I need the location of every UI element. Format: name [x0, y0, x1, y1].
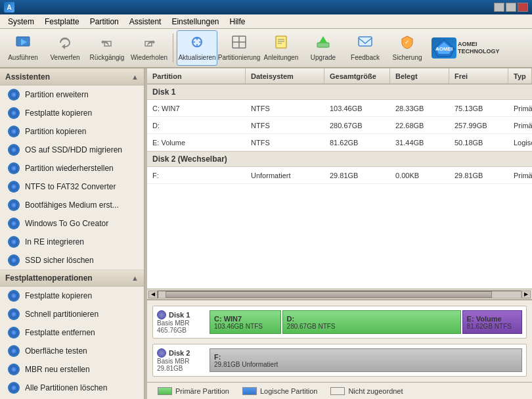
- td-type: Primär: [508, 100, 532, 116]
- toolbar-btn-sicherung[interactable]: ✓Sicherung: [387, 30, 428, 66]
- part-block-size: 280.67GB NTFS: [287, 323, 456, 330]
- minimize-button[interactable]: [494, 3, 504, 12]
- sidebar-item-ntfs-converter[interactable]: NTFS to FAT32 Converter: [0, 177, 144, 196]
- toolbar-label-upgrade: Upgrade: [311, 54, 336, 61]
- toolbar: AusführenVerwerfenRückgängigWiederholenA…: [0, 29, 532, 68]
- svg-point-17: [10, 91, 18, 99]
- part-block-name: C: WIN7: [214, 315, 277, 323]
- toolbar-btn-ausfuhren[interactable]: Ausführen: [3, 30, 43, 66]
- legend-box-unassigned: [330, 387, 345, 395]
- sidebar-item-mbr-neu-erstellen[interactable]: MBR neu erstellen: [0, 360, 144, 379]
- sidebar-item-windows-to-go[interactable]: Windows To Go Creator: [0, 214, 144, 233]
- menu-item-assistent[interactable]: Assistent: [124, 16, 167, 28]
- sidebar-item-os-migrieren[interactable]: OS auf SSD/HDD migrieren: [0, 141, 144, 159]
- part-block-size: 81.62GB NTFS: [467, 323, 518, 330]
- th-used: Belegt: [390, 68, 449, 83]
- sidebar-section-festplattenoperationen[interactable]: Festplattenoperationen▲: [0, 270, 144, 287]
- td-partition: D:: [147, 117, 246, 133]
- partition-block[interactable]: F: 29.81GB Unformatiert: [210, 348, 522, 372]
- table-row[interactable]: C: WIN7 NTFS 103.46GB 28.33GB 75.13GB Pr…: [147, 100, 532, 117]
- sidebar-label-partition-wiederherstellen: Partition wiederherstellen: [25, 164, 114, 173]
- svg-text:✓: ✓: [405, 39, 410, 45]
- hscroll-track[interactable]: [158, 291, 521, 298]
- disk-partitions-disk1-viz: C: WIN7 103.46GB NTFS D: 280.67GB NTFS E…: [210, 310, 522, 334]
- partition-block[interactable]: E: Volume 81.62GB NTFS: [462, 310, 522, 334]
- sidebar-label-bootfahiges-medium: Bootfähiges Medium erst...: [25, 200, 119, 210]
- legend-label-primary: Primäre Partition: [175, 387, 229, 395]
- toolbar-icon-ruckgangig: [99, 35, 115, 52]
- td-free: 29.81GB: [449, 167, 508, 183]
- sidebar-item-ssd-loschen[interactable]: SSD sicher löschen: [0, 251, 144, 270]
- sidebar-icon-partition-kopieren: [8, 126, 20, 137]
- titlebar: A: [0, 0, 532, 14]
- hscroll-left[interactable]: ◀: [148, 291, 158, 298]
- menu-item-festplatte[interactable]: Festplatte: [39, 16, 85, 28]
- sidebar-item-schnell-partitionieren[interactable]: Schnell partitionieren: [0, 305, 144, 323]
- disk-visualization: Disk 1 Basis MBR 465.76GB C: WIN7 103.46…: [147, 299, 532, 382]
- toolbar-btn-wiederholen[interactable]: Wiederholen: [129, 30, 169, 66]
- td-free: 50.18GB: [449, 134, 508, 151]
- partition-block[interactable]: D: 280.67GB NTFS: [282, 310, 461, 334]
- svg-rect-12: [359, 37, 372, 46]
- td-free: 75.13GB: [449, 100, 508, 116]
- table-row[interactable]: D: NTFS 280.67GB 22.68GB 257.99GB Primär: [147, 117, 532, 134]
- toolbar-icon-aktualisieren: [189, 35, 205, 52]
- hscroll-right[interactable]: ▶: [521, 291, 531, 298]
- disk-size: 29.81GB: [157, 365, 210, 372]
- table-row[interactable]: F: Unformatiert 29.81GB 0.00KB 29.81GB P…: [147, 167, 532, 184]
- toolbar-btn-feedback[interactable]: Feedback: [345, 30, 386, 66]
- toolbar-btn-partitionierung[interactable]: Partitionierung: [219, 30, 259, 66]
- td-used: 28.33GB: [390, 100, 449, 116]
- horizontal-scrollbar[interactable]: ◀ ▶: [147, 289, 532, 299]
- toolbar-label-anleitungen: Anleitungen: [264, 54, 299, 61]
- maximize-button[interactable]: [506, 3, 516, 12]
- menu-item-system[interactable]: System: [3, 16, 39, 28]
- sidebar-collapse-btn[interactable]: ▲: [131, 73, 139, 81]
- menu-item-einstellungen[interactable]: Einstellungen: [166, 16, 224, 28]
- sidebar-label-alle-partitionen-loschen: Alle Partitionen löschen: [25, 383, 107, 392]
- menu-item-hilfe[interactable]: Hilfe: [225, 16, 251, 28]
- disk-circle-icon: [157, 348, 166, 358]
- sidebar-item-in-re-integrieren[interactable]: In RE integrieren: [0, 233, 144, 251]
- sidebar-item-bootfahiges-medium[interactable]: Bootfähiges Medium erst...: [0, 196, 144, 214]
- toolbar-btn-aktualisieren[interactable]: Aktualisieren: [177, 30, 217, 66]
- close-button[interactable]: [518, 3, 528, 12]
- sidebar-icon-bootfahiges-medium: [8, 199, 20, 211]
- td-type: Logisch: [508, 134, 532, 151]
- toolbar-label-feedback: Feedback: [351, 54, 380, 61]
- app-icon: A: [4, 2, 14, 12]
- toolbar-btn-ruckgangig[interactable]: Rückgängig: [87, 30, 127, 66]
- sidebar-item-alle-partitionen-loschen[interactable]: Alle Partitionen löschen: [0, 379, 144, 397]
- sidebar-label-in-re-integrieren: In RE integrieren: [25, 237, 84, 246]
- sidebar-item-partition-erweitern[interactable]: Partition erweitern: [0, 85, 144, 104]
- toolbar-icon-wiederholen: [141, 35, 157, 52]
- legend-label-logical: Logische Partition: [260, 387, 317, 395]
- legend: Primäre Partition Logische Partition Nic…: [147, 382, 532, 399]
- sidebar-collapse-btn[interactable]: ▲: [131, 274, 139, 282]
- disk-type: Basis MBR: [157, 358, 210, 365]
- sidebar-item-festplatte-entfernen[interactable]: Festplatte entfernen: [0, 323, 144, 342]
- sidebar-icon-festplatte-kopieren2: [8, 290, 20, 302]
- table-header: Partition Dateisystem Gesamtgröße Belegt…: [147, 68, 532, 84]
- partition-block[interactable]: C: WIN7 103.46GB NTFS: [210, 310, 281, 334]
- svg-marker-11: [319, 36, 327, 43]
- sidebar-section-assistenten[interactable]: Assistenten▲: [0, 68, 144, 85]
- sidebar-label-festplatte-kopieren: Festplatte kopieren: [25, 108, 92, 118]
- td-type: Primär: [508, 117, 532, 133]
- sidebar-item-partition-kopieren[interactable]: Partition kopieren: [0, 122, 144, 141]
- menu-item-partition[interactable]: Partition: [85, 16, 124, 28]
- toolbar-btn-verwerfen[interactable]: Verwerfen: [45, 30, 85, 66]
- sidebar-item-partition-wiederherstellen[interactable]: Partition wiederherstellen: [0, 159, 144, 177]
- toolbar-icon-ausfuhren: [15, 35, 31, 52]
- svg-point-19: [10, 128, 18, 135]
- sidebar-icon-partition-wiederherstellen: [8, 162, 20, 174]
- table-row[interactable]: E: Volume NTFS 81.62GB 31.44GB 50.18GB L…: [147, 134, 532, 151]
- toolbar-btn-anleitungen[interactable]: Anleitungen: [261, 30, 301, 66]
- sidebar-item-festplatte-kopieren[interactable]: Festplatte kopieren: [0, 104, 144, 122]
- td-filesystem: NTFS: [246, 100, 324, 116]
- sidebar-item-festplatte-kopieren2[interactable]: Festplatte kopieren: [0, 287, 144, 305]
- toolbar-btn-upgrade[interactable]: Upgrade: [303, 30, 344, 66]
- sidebar-icon-mbr-neu-erstellen: [8, 364, 20, 375]
- hscroll-thumb[interactable]: [166, 291, 492, 298]
- sidebar-item-oberflache-testen[interactable]: Oberfläche testen: [0, 342, 144, 360]
